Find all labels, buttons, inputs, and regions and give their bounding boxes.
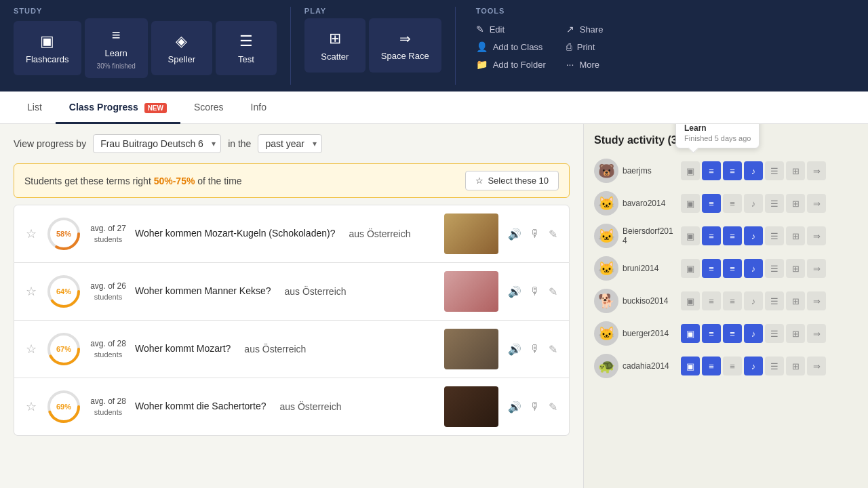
add-to-class-tool[interactable]: 👤 Add to Class xyxy=(476,39,546,54)
edit-icon[interactable]: ✎ xyxy=(547,284,559,300)
activity-icon-5[interactable]: ⊞ xyxy=(786,194,805,213)
activity-icon-3[interactable]: ♪ xyxy=(744,324,763,343)
activity-icon-3[interactable]: ♪ xyxy=(744,259,763,278)
play-label: PLAY xyxy=(304,0,441,18)
activity-icon-6[interactable]: ⇒ xyxy=(807,194,826,213)
activity-icon-4[interactable]: ☰ xyxy=(765,194,784,213)
activity-icon-3[interactable]: ♪ xyxy=(744,226,763,245)
scatter-button[interactable]: ⊞ Scatter xyxy=(304,18,366,73)
activity-icon-1[interactable]: ≡ xyxy=(702,194,721,213)
edit-icon[interactable]: ✎ xyxy=(547,399,559,415)
edit-icon[interactable]: ✎ xyxy=(547,226,559,242)
study-buttons: ▣ Flashcards ≡ Learn 30% finished ◈ Spel… xyxy=(14,18,277,78)
activity-icons: ▣≡≡♪☰⊞⇒ xyxy=(681,161,826,180)
time-dropdown[interactable]: past year xyxy=(258,134,322,153)
tab-class-progress[interactable]: Class Progress NEW xyxy=(56,92,180,124)
edit-tool[interactable]: ✎ Edit xyxy=(476,22,546,37)
print-tool[interactable]: ⎙ Print xyxy=(566,39,636,54)
activity-icon-5[interactable]: ⊞ xyxy=(786,324,805,343)
activity-icon-2[interactable]: ≡ xyxy=(723,357,742,375)
activity-icon-0[interactable]: ▣ xyxy=(681,291,700,310)
activity-icon-4[interactable]: ☰ xyxy=(765,324,784,343)
learn-button[interactable]: ≡ Learn 30% finished xyxy=(85,18,148,78)
activity-icon-3[interactable]: ♪ xyxy=(744,357,763,375)
mic-icon[interactable]: 🎙 xyxy=(528,399,542,414)
edit-label: Edit xyxy=(490,24,505,35)
test-button[interactable]: ☰ Test xyxy=(216,21,277,75)
activity-icon-6[interactable]: ⇒ xyxy=(807,259,826,278)
space-race-button[interactable]: ⇒ Space Race xyxy=(369,18,441,73)
tab-info[interactable]: Info xyxy=(237,92,280,124)
activity-icon-5[interactable]: ⊞ xyxy=(786,161,805,180)
activity-icon-6[interactable]: ⇒ xyxy=(807,291,826,310)
activity-icon-1[interactable]: ≡ xyxy=(702,161,721,180)
mic-icon[interactable]: 🎙 xyxy=(528,284,542,299)
speller-button[interactable]: ◈ Speller xyxy=(151,21,212,75)
audio-icon[interactable]: 🔊 xyxy=(507,342,523,357)
activity-icon-6[interactable]: ⇒ xyxy=(807,357,826,375)
activity-icon-2[interactable]: ≡ xyxy=(723,194,742,213)
test-icon: ☰ xyxy=(239,33,253,50)
activity-icon-5[interactable]: ⊞ xyxy=(786,226,805,245)
student-avatar: 🐱 xyxy=(594,224,618,248)
activity-icon-3[interactable]: ♪ xyxy=(744,291,763,310)
activity-icon-0[interactable]: ▣ xyxy=(681,226,700,245)
activity-icon-0[interactable]: ▣ xyxy=(681,161,700,180)
tab-scores[interactable]: Scores xyxy=(180,92,237,124)
space-race-label: Space Race xyxy=(381,51,429,61)
activity-icon-2[interactable]: ≡ xyxy=(723,226,742,245)
select-these-10-button[interactable]: ☆ Select these 10 xyxy=(465,171,559,190)
student-avatar: 🐢 xyxy=(594,354,618,378)
activity-icon-6[interactable]: ⇒ xyxy=(807,226,826,245)
more-tool[interactable]: ··· More xyxy=(566,57,636,72)
activity-icon-5[interactable]: ⊞ xyxy=(786,259,805,278)
activity-icon-6[interactable]: ⇒ xyxy=(807,324,826,343)
in-the-label: in the xyxy=(228,138,251,149)
activity-icon-5[interactable]: ⊞ xyxy=(786,291,805,310)
star-icon[interactable]: ☆ xyxy=(24,398,38,415)
activity-icon-1[interactable]: ≡ xyxy=(702,357,721,375)
svg-text:58%: 58% xyxy=(56,230,71,238)
edit-icon[interactable]: ✎ xyxy=(547,342,559,357)
activity-icon-4[interactable]: ☰ xyxy=(765,259,784,278)
activity-icon-4[interactable]: ☰ xyxy=(765,226,784,245)
student-row: 🐱 buerger2014 ▣≡≡♪☰⊞⇒ xyxy=(594,317,858,350)
mic-icon[interactable]: 🎙 xyxy=(528,342,542,357)
activity-icon-3[interactable]: ♪ xyxy=(744,194,763,213)
activity-icon-6[interactable]: ⇒ xyxy=(807,161,826,180)
audio-icon[interactable]: 🔊 xyxy=(507,399,523,415)
avg-label: avg. of 28 students xyxy=(90,396,127,417)
add-to-folder-tool[interactable]: 📁 Add to Folder xyxy=(476,57,546,72)
edit-icon: ✎ xyxy=(476,24,484,35)
activity-icon-2[interactable]: ≡ xyxy=(723,161,742,180)
card-actions: 🔊 🎙 ✎ xyxy=(507,226,559,242)
activity-icon-1[interactable]: ≡ xyxy=(702,324,721,343)
activity-icon-1[interactable]: ≡ xyxy=(702,226,721,245)
activity-icon-0[interactable]: ▣ xyxy=(681,357,700,375)
student-row: 🐱 bruni2014 ▣≡≡♪☰⊞⇒ xyxy=(594,252,858,285)
activity-icon-2[interactable]: ≡ xyxy=(723,259,742,278)
activity-icon-4[interactable]: ☰ xyxy=(765,161,784,180)
print-icon: ⎙ xyxy=(566,41,572,52)
share-tool[interactable]: ↗ Share xyxy=(566,22,636,37)
activity-icon-1[interactable]: ≡ xyxy=(702,291,721,310)
activity-icon-0[interactable]: ▣ xyxy=(681,194,700,213)
activity-icon-2[interactable]: ≡ xyxy=(723,324,742,343)
tab-list[interactable]: List xyxy=(14,92,56,124)
class-dropdown[interactable]: Frau Buitrago Deutsch 6 xyxy=(93,134,221,153)
activity-icon-1[interactable]: ≡ xyxy=(702,259,721,278)
star-icon[interactable]: ☆ xyxy=(24,340,38,358)
star-icon[interactable]: ☆ xyxy=(24,225,38,243)
activity-icon-4[interactable]: ☰ xyxy=(765,291,784,310)
audio-icon[interactable]: 🔊 xyxy=(507,226,523,242)
audio-icon[interactable]: 🔊 xyxy=(507,284,523,300)
activity-icon-0[interactable]: ▣ xyxy=(681,259,700,278)
flashcards-button[interactable]: ▣ Flashcards xyxy=(14,21,81,75)
mic-icon[interactable]: 🎙 xyxy=(528,226,542,241)
activity-icon-4[interactable]: ☰ xyxy=(765,357,784,375)
activity-icon-3[interactable]: ♪ xyxy=(744,161,763,180)
star-icon[interactable]: ☆ xyxy=(24,283,38,300)
activity-icon-2[interactable]: ≡ xyxy=(723,291,742,310)
activity-icon-5[interactable]: ⊞ xyxy=(786,357,805,375)
activity-icon-0[interactable]: ▣ xyxy=(681,324,700,343)
